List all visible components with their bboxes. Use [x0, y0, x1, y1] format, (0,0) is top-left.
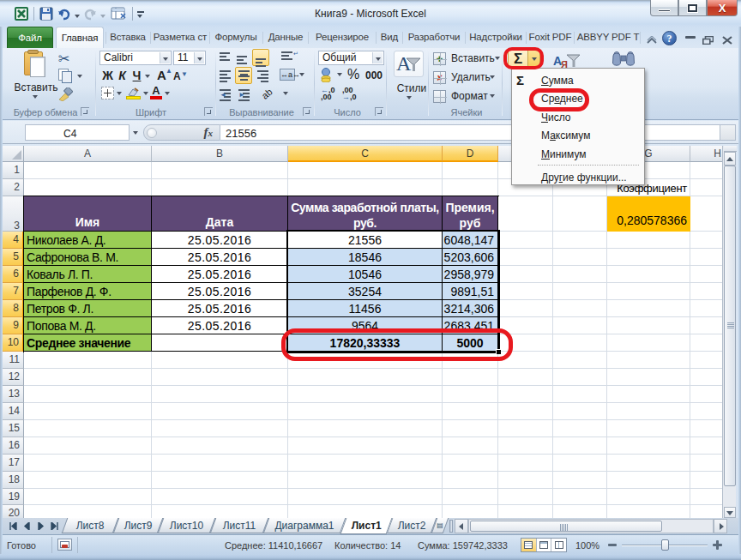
svg-text:A: A	[396, 52, 412, 75]
svg-text:Я: Я	[561, 59, 568, 68]
